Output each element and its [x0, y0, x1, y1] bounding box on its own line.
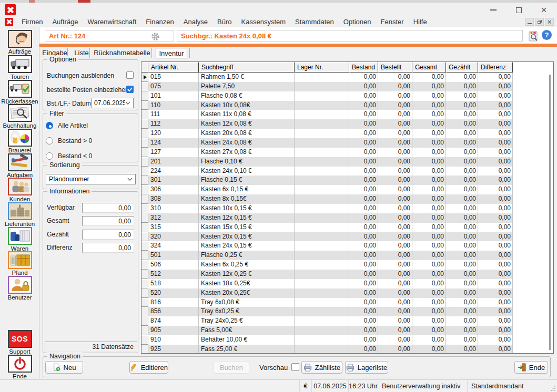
- radio-bestand-0[interactable]: Bestand < 0: [46, 152, 92, 160]
- window-maximize-button[interactable]: [515, 6, 522, 14]
- table-row[interactable]: 501Flasche 0,25 €0,000,000,000,000,00: [141, 251, 553, 260]
- menu-item-kassensystem[interactable]: Kassensystem: [241, 18, 286, 26]
- tab-r-cknahmetabelle[interactable]: Rücknahmetabelle: [92, 48, 152, 58]
- mdi-minimize-button[interactable]: [525, 18, 534, 26]
- lagerliste-button[interactable]: Lagerliste: [345, 361, 388, 374]
- help-icon[interactable]: ?: [542, 30, 552, 40]
- row-selector-cell: [141, 176, 148, 185]
- table-row[interactable]: 874Tray 24x0,25 €0,000,000,000,000,00: [141, 316, 553, 326]
- sidebar-item-ende[interactable]: Ende: [0, 355, 39, 379]
- menu-item-analyse[interactable]: Analyse: [184, 18, 208, 26]
- sql-search-icon[interactable]: sql: [527, 29, 540, 42]
- table-scrollbar[interactable]: [549, 75, 551, 350]
- table-row[interactable]: 910Behälter 10,00 €0,000,000,000,000,00: [141, 335, 553, 345]
- editieren-button[interactable]: Editieren: [129, 361, 168, 374]
- resize-grip[interactable]: [551, 386, 556, 391]
- ende-button[interactable]: Ende: [514, 361, 548, 374]
- gear-icon[interactable]: [151, 32, 160, 43]
- table-row[interactable]: 124Kasten 24x 0,08 €0,000,000,000,000,00: [141, 138, 553, 148]
- sidebar-item-brauerei[interactable]: Brauerei: [0, 129, 39, 153]
- menu-item-optionen[interactable]: Optionen: [343, 18, 371, 26]
- column-header-suchbegriff[interactable]: Suchbegriff: [199, 62, 295, 73]
- table-row[interactable]: 320Kasten 20x 0,15 €0,000,000,000,000,00: [141, 232, 553, 242]
- table-row[interactable]: 324Kasten 24x 0,15 €0,000,000,000,000,00: [141, 241, 553, 251]
- sidebar-item-lieferanten[interactable]: Lieferanten: [0, 202, 39, 227]
- radio-alle-artikel[interactable]: Alle Artikel: [46, 121, 88, 130]
- sidebar-item-benutzer[interactable]: Benutzer: [0, 276, 39, 301]
- table-row[interactable]: 506Kasten 6x 0,25 €0,000,000,000,000,00: [141, 260, 553, 270]
- window-minimize-button[interactable]: [490, 6, 497, 14]
- table-row[interactable]: 518Kasten 18x 0,25€0,000,000,000,000,00: [141, 279, 553, 288]
- tab-inventur[interactable]: Inventur: [156, 48, 187, 58]
- date-value: 07.06.2025: [94, 99, 125, 107]
- table-row[interactable]: 127Kasten 27x 0,08 €0,000,000,000,000,00: [141, 148, 553, 157]
- table-row[interactable]: 856Tray 6x0,25 €0,000,000,000,000,00: [141, 307, 553, 316]
- buchen-button[interactable]: Buchen: [214, 361, 249, 374]
- table-row[interactable]: 112Kasten 12x 0,08 €0,000,000,000,000,00: [141, 119, 553, 129]
- menu-item-firmen[interactable]: Firmen: [22, 18, 43, 26]
- checkbox-bestellte-posten-einbeziehen[interactable]: [126, 86, 134, 93]
- menu-item-finanzen[interactable]: Finanzen: [146, 18, 174, 26]
- table-row[interactable]: 101Flasche 0,08 €0,000,000,000,000,00: [141, 91, 553, 101]
- table-row[interactable]: 315Kasten 15x 0,15 €0,000,000,000,000,00: [141, 223, 553, 232]
- table-row[interactable]: 905Fass 5,00€0,000,000,000,000,00: [141, 326, 553, 335]
- cell-bestand: 0,00: [349, 326, 378, 335]
- vorschau-checkbox[interactable]: [291, 363, 299, 371]
- sidebar-item-waren[interactable]: Waren: [0, 227, 39, 252]
- cell-bestand: 0,00: [349, 176, 378, 185]
- radio-bestand-0[interactable]: Bestand > 0: [46, 137, 92, 145]
- table-row[interactable]: 310Kasten 10x 0,15 €0,000,000,000,000,00: [141, 204, 553, 213]
- table-row[interactable]: 110Kasten 10x 0,08€0,000,000,000,000,00: [141, 101, 553, 110]
- column-header-lager-nr-[interactable]: Lager Nr.: [295, 62, 349, 73]
- sidebar-item-aufgaben[interactable]: Aufgaben: [0, 153, 39, 178]
- table-row[interactable]: 015Rahmen 1,50 €0,000,000,000,000,00: [141, 73, 553, 82]
- sidebar-item-kunden[interactable]: Kunden: [0, 178, 39, 202]
- window-close-button[interactable]: ×: [540, 6, 548, 14]
- table-row[interactable]: 224Kasten 24x 0,10 €0,000,000,000,000,00: [141, 167, 553, 176]
- sidebar-item-buchhaltung[interactable]: Buchhaltung: [0, 104, 39, 129]
- mdi-restore-button[interactable]: [535, 18, 544, 26]
- sidebar-item-auftr-ge[interactable]: Aufträge: [0, 30, 39, 55]
- column-header-bestellt[interactable]: Bestellt: [378, 62, 412, 73]
- column-header-gez-hlt[interactable]: Gezählt: [446, 62, 478, 73]
- table-row[interactable]: 520Kasten 20x 0,25€0,000,000,000,000,00: [141, 288, 553, 298]
- column-header-differenz[interactable]: Differenz: [478, 62, 513, 73]
- art-nr-field[interactable]: Art Nr.: 124: [45, 30, 174, 42]
- table-row[interactable]: 312Kasten 12x 0,15 €0,000,000,000,000,00: [141, 213, 553, 223]
- table-row[interactable]: 301Flasche 0,15 €0,000,000,000,000,00: [141, 176, 553, 185]
- menu-item-warenwirtschaft[interactable]: Warenwirtschaft: [88, 18, 137, 26]
- sidebar-item-pfand[interactable]: Pfand: [0, 251, 39, 276]
- table-row[interactable]: 201Flasche 0,10 €0,000,000,000,000,00: [141, 157, 553, 167]
- cell-gesamt: 0,00: [412, 91, 446, 101]
- column-header-bestand[interactable]: Bestand: [349, 62, 378, 73]
- column-header-gesamt[interactable]: Gesamt: [412, 62, 446, 73]
- menu-item-b-ro[interactable]: Büro: [217, 18, 231, 26]
- menu-item-fenster[interactable]: Fenster: [381, 18, 404, 26]
- table-row[interactable]: 075Palette 7,500,000,000,000,000,00: [141, 82, 553, 91]
- table-row[interactable]: 306Kasten 6x 0,15 €0,000,000,000,000,00: [141, 185, 553, 194]
- mdi-close-button[interactable]: ×: [545, 18, 554, 26]
- date-dropdown[interactable]: 07.06.2025: [91, 98, 134, 108]
- sortierung-dropdown[interactable]: Pfandnummer: [46, 174, 136, 184]
- table-row[interactable]: 308Kasten 8x 0,15€0,000,000,000,000,00: [141, 194, 553, 204]
- checkbox-buchungen-ausblenden[interactable]: [126, 71, 134, 79]
- sidebar-item-touren[interactable]: Touren: [0, 55, 39, 80]
- table-row[interactable]: 925Fass 25,00 €0,000,000,000,000,00: [141, 345, 553, 354]
- menu-item-auftr-ge[interactable]: Aufträge: [52, 18, 78, 26]
- table-row[interactable]: 816Tray 6x0,08 €0,000,000,000,000,00: [141, 298, 553, 307]
- cell-artikel-nr: 110: [148, 101, 199, 110]
- zaehlliste-button[interactable]: Zählliste: [301, 361, 342, 374]
- table-row[interactable]: 120Kasten 20x 0,08 €0,000,000,000,000,00: [141, 129, 553, 138]
- table-row[interactable]: 512Kasten 12x 0,25 €0,000,000,000,000,00: [141, 270, 553, 279]
- sidebar-item-support[interactable]: SOSSupport: [0, 330, 39, 355]
- sidebar-item-r-ckerfassen[interactable]: Rückerfassen: [0, 80, 39, 105]
- cell-gesamt: 0,00: [412, 307, 446, 316]
- column-header-artikel-nr-[interactable]: Artikel Nr.: [148, 62, 199, 73]
- cell-bestellt: 0,00: [378, 288, 412, 298]
- table-row[interactable]: 111Kasten 11x 0,08 €0,000,000,000,000,00: [141, 110, 553, 119]
- column-header-selector[interactable]: [141, 62, 148, 73]
- neu-button[interactable]: Neu: [45, 361, 83, 374]
- menu-item-hilfe[interactable]: Hilfe: [413, 18, 427, 26]
- menu-item-stammdaten[interactable]: Stammdaten: [295, 18, 334, 26]
- suchbegriff-field[interactable]: Suchbgr.: Kasten 24x 0,08 €: [177, 30, 523, 42]
